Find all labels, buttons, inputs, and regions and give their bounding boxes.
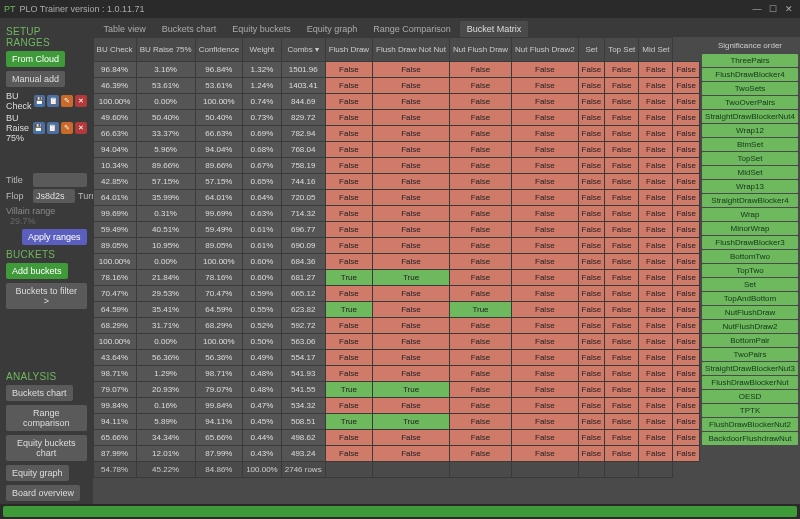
board-overview-button[interactable]: Board overview	[6, 485, 80, 501]
bool-cell[interactable]: False	[605, 62, 639, 78]
bool-cell[interactable]: False	[512, 126, 579, 142]
significance-item[interactable]: NutFlushDraw	[702, 306, 798, 319]
bool-cell[interactable]: False	[639, 302, 673, 318]
bool-cell[interactable]: False	[512, 366, 579, 382]
bool-cell[interactable]: False	[449, 430, 511, 446]
cell[interactable]: 508.51	[281, 414, 325, 430]
cell[interactable]: 100.00%	[195, 254, 242, 270]
col-header[interactable]: BU Raise 75%	[136, 38, 195, 62]
table-row[interactable]: 46.39%53.61%53.61%1.24%1403.41FalseFalse…	[93, 78, 699, 94]
cell[interactable]: 56.36%	[136, 350, 195, 366]
col-header[interactable]: Nut Flush Draw2	[512, 38, 579, 62]
table-row[interactable]: 70.47%29.53%70.47%0.59%665.12FalseFalseF…	[93, 286, 699, 302]
table-row[interactable]: 64.01%35.99%64.01%0.64%720.05FalseFalseF…	[93, 190, 699, 206]
cell[interactable]: 53.61%	[136, 78, 195, 94]
bool-cell[interactable]: True	[325, 270, 372, 286]
bool-cell[interactable]: False	[373, 222, 450, 238]
cell[interactable]: 844.69	[281, 94, 325, 110]
bool-cell[interactable]: False	[512, 94, 579, 110]
cell[interactable]: 0.65%	[243, 174, 282, 190]
bool-cell[interactable]: False	[578, 286, 605, 302]
buckets-to-filter-button[interactable]: Buckets to filter >	[6, 283, 87, 309]
cell[interactable]: 65.66%	[195, 430, 242, 446]
bool-cell[interactable]: False	[449, 126, 511, 142]
bool-cell[interactable]: False	[325, 78, 372, 94]
range-edit-icon[interactable]: ✎	[61, 95, 73, 107]
table-row[interactable]: 89.05%10.95%89.05%0.61%690.09FalseFalseF…	[93, 238, 699, 254]
bool-cell[interactable]: False	[673, 446, 700, 462]
bool-cell[interactable]: False	[373, 446, 450, 462]
bool-cell[interactable]: False	[639, 174, 673, 190]
cell[interactable]: 0.60%	[243, 270, 282, 286]
cell[interactable]: 65.66%	[93, 430, 136, 446]
table-row[interactable]: 78.16%21.84%78.16%0.60%681.27TrueTrueFal…	[93, 270, 699, 286]
bool-cell[interactable]: False	[605, 206, 639, 222]
cell[interactable]: 684.36	[281, 254, 325, 270]
cell[interactable]: 0.44%	[243, 430, 282, 446]
bool-cell[interactable]: False	[373, 158, 450, 174]
bool-cell[interactable]: False	[325, 206, 372, 222]
bool-cell[interactable]: False	[639, 382, 673, 398]
cell[interactable]: 56.36%	[195, 350, 242, 366]
cell[interactable]: 5.89%	[136, 414, 195, 430]
bool-cell[interactable]: False	[512, 414, 579, 430]
cell[interactable]: 89.66%	[136, 158, 195, 174]
cell[interactable]: 87.99%	[195, 446, 242, 462]
col-header[interactable]: Confidence	[195, 38, 242, 62]
cell[interactable]: 0.59%	[243, 286, 282, 302]
bool-cell[interactable]: False	[512, 110, 579, 126]
bool-cell[interactable]: False	[639, 254, 673, 270]
bool-cell[interactable]: False	[449, 366, 511, 382]
bool-cell[interactable]: False	[578, 414, 605, 430]
bool-cell[interactable]: False	[373, 254, 450, 270]
bool-cell[interactable]: False	[512, 334, 579, 350]
cell[interactable]: 0.52%	[243, 318, 282, 334]
bool-cell[interactable]: False	[639, 430, 673, 446]
bool-cell[interactable]: False	[605, 94, 639, 110]
bool-cell[interactable]: False	[512, 190, 579, 206]
bool-cell[interactable]: True	[373, 270, 450, 286]
bool-cell[interactable]: False	[578, 62, 605, 78]
bool-cell[interactable]: False	[512, 158, 579, 174]
cell[interactable]: 70.47%	[195, 286, 242, 302]
table-row[interactable]: 94.11%5.89%94.11%0.45%508.51TrueTrueFals…	[93, 414, 699, 430]
cell[interactable]: 89.05%	[93, 238, 136, 254]
from-cloud-button[interactable]: From Cloud	[6, 51, 65, 67]
cell[interactable]: 99.69%	[93, 206, 136, 222]
cell[interactable]: 592.72	[281, 318, 325, 334]
bool-cell[interactable]: False	[605, 350, 639, 366]
bool-cell[interactable]: False	[449, 238, 511, 254]
bool-cell[interactable]: False	[373, 174, 450, 190]
bool-cell[interactable]: False	[373, 350, 450, 366]
bool-cell[interactable]: False	[578, 398, 605, 414]
equity-buckets-chart-button[interactable]: Equity buckets chart	[6, 435, 87, 461]
cell[interactable]: 96.84%	[195, 62, 242, 78]
cell[interactable]: 744.16	[281, 174, 325, 190]
bool-cell[interactable]: False	[325, 62, 372, 78]
significance-item[interactable]: TopAndBottom	[702, 292, 798, 305]
cell[interactable]: 0.60%	[243, 254, 282, 270]
bool-cell[interactable]: False	[373, 94, 450, 110]
cell[interactable]: 31.71%	[136, 318, 195, 334]
bool-cell[interactable]: False	[373, 302, 450, 318]
bool-cell[interactable]: False	[673, 270, 700, 286]
cell[interactable]: 29.53%	[136, 286, 195, 302]
bool-cell[interactable]: False	[673, 174, 700, 190]
bool-cell[interactable]: False	[605, 270, 639, 286]
tab-buckets-chart[interactable]: Buckets chart	[155, 21, 224, 37]
bool-cell[interactable]: False	[605, 334, 639, 350]
bool-cell[interactable]: False	[639, 206, 673, 222]
bool-cell[interactable]: False	[605, 286, 639, 302]
bool-cell[interactable]: False	[325, 126, 372, 142]
significance-item[interactable]: FlushDrawBlocker4	[702, 68, 798, 81]
bool-cell[interactable]: False	[639, 398, 673, 414]
bool-cell[interactable]: False	[512, 446, 579, 462]
bool-cell[interactable]: False	[605, 238, 639, 254]
bool-cell[interactable]: False	[578, 222, 605, 238]
bool-cell[interactable]: False	[578, 318, 605, 334]
bool-cell[interactable]: False	[605, 398, 639, 414]
cell[interactable]: 68.29%	[93, 318, 136, 334]
bool-cell[interactable]: False	[639, 78, 673, 94]
bool-cell[interactable]: False	[373, 286, 450, 302]
table-row[interactable]: 99.84%0.16%99.84%0.47%534.32FalseFalseFa…	[93, 398, 699, 414]
